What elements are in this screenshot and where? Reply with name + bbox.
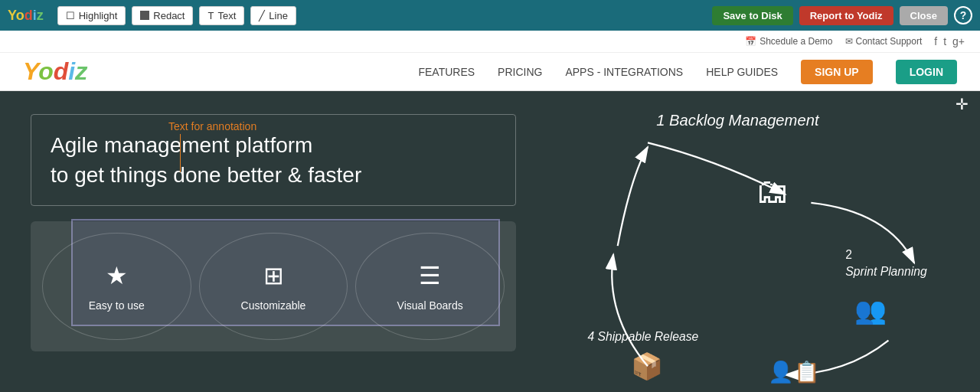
headline-box: Agile management platform to get things … — [31, 114, 516, 206]
svg-text:👤📋: 👤📋 — [768, 360, 820, 384]
feature-easy-to-use[interactable]: ★ Easy to use — [42, 233, 191, 340]
visual-boards-label: Visual Boards — [397, 299, 463, 312]
close-button[interactable]: Close — [900, 6, 948, 25]
backlog-label: 1 Backlog Management — [656, 112, 820, 129]
navbar: Yodiz Text for annotation FEATURES PRICI… — [0, 53, 980, 91]
feature-visual-boards[interactable]: ☰ Visual Boards — [355, 233, 505, 340]
line-button[interactable]: ╱ Line — [250, 6, 296, 25]
toolbar: Yodiz ☐ Highlight Redact T Text ╱ Line S… — [0, 0, 980, 31]
boards-icon: ☰ — [419, 261, 441, 290]
redact-button[interactable]: Redact — [132, 6, 193, 25]
login-button[interactable]: LOGIN — [896, 60, 957, 84]
signup-button[interactable]: SIGN UP — [801, 60, 873, 84]
text-icon: T — [207, 10, 214, 21]
redact-label: Redact — [153, 10, 185, 21]
easy-to-use-label: Easy to use — [89, 299, 145, 312]
svg-text:2: 2 — [845, 248, 852, 261]
schedule-demo-label: Shcedule a Demo — [760, 36, 832, 47]
email-icon: ✉ — [845, 36, 853, 47]
line-label: Line — [269, 10, 288, 21]
facebook-icon[interactable]: f — [934, 35, 937, 47]
text-label: Text — [217, 10, 236, 21]
logo-text: Yodiz — [23, 57, 87, 86]
schedule-demo-link[interactable]: 📅 Shcedule a Demo — [745, 36, 832, 47]
hero-left: Agile management platform to get things … — [0, 91, 539, 392]
report-button[interactable]: Report to Yodiz — [799, 6, 893, 25]
svg-text:🗂: 🗂 — [755, 172, 789, 211]
hero-headline: Agile management platform to get things … — [51, 130, 496, 190]
nav-features[interactable]: FEATURES — [418, 66, 475, 78]
toolbar-logo: Yodiz — [8, 8, 44, 24]
star-icon: ★ — [106, 261, 128, 290]
agile-diagram: 1 Backlog Management 🗂 2 Sprint Planning… — [539, 91, 980, 392]
text-button[interactable]: T Text — [199, 6, 244, 25]
nav-apps-integrations[interactable]: APPS - INTEGRATIONS — [565, 66, 683, 78]
save-button[interactable]: Save to Disk — [712, 6, 792, 25]
hero-features: ★ Easy to use ⊞ Customizable ☰ Visual Bo… — [31, 221, 516, 351]
annotation-text: Text for annotation — [168, 120, 256, 132]
toolbar-right: Save to Disk Report to Yodiz Close ? — [712, 6, 972, 25]
help-button[interactable]: ? — [954, 6, 972, 24]
twitter-icon[interactable]: t — [943, 35, 946, 47]
nav-links: FEATURES PRICING APPS - INTEGRATIONS HEL… — [418, 60, 957, 84]
svg-text:4 Shippable Release: 4 Shippable Release — [587, 330, 698, 343]
feature-customizable[interactable]: ⊞ Customizable — [199, 233, 348, 340]
highlight-label: Highlight — [79, 10, 118, 21]
utility-bar: 📅 Shcedule a Demo ✉ Contact Support f t … — [0, 31, 980, 53]
line-icon: ╱ — [259, 10, 265, 21]
nav-pricing[interactable]: PRICING — [498, 66, 542, 78]
social-icons: f t g+ — [934, 35, 965, 47]
highlight-icon: ☐ — [66, 10, 75, 21]
website-container: 📅 Shcedule a Demo ✉ Contact Support f t … — [0, 31, 980, 392]
corner-cross: ✛ — [956, 95, 969, 113]
nav-help-guides[interactable]: HELP GUIDES — [706, 66, 778, 78]
contact-support-label: Contact Support — [856, 36, 923, 47]
calendar-icon: 📅 — [745, 36, 756, 47]
svg-text:👥: 👥 — [854, 295, 887, 326]
googleplus-icon[interactable]: g+ — [952, 35, 965, 47]
hero-right: ✛ 1 Backlog Management 🗂 2 Sprint Planni… — [539, 91, 980, 392]
customizable-label: Customizable — [241, 299, 306, 312]
contact-support-link[interactable]: ✉ Contact Support — [845, 36, 923, 47]
hero-section: Agile management platform to get things … — [0, 91, 980, 392]
highlight-button[interactable]: ☐ Highlight — [57, 6, 126, 25]
svg-text:Sprint Planning: Sprint Planning — [845, 265, 927, 278]
nav-logo: Yodiz — [23, 57, 87, 86]
annotation-overlay: Text for annotation — [168, 120, 256, 172]
annotation-line — [180, 134, 181, 172]
redact-icon — [140, 11, 149, 20]
grid-icon: ⊞ — [263, 261, 284, 290]
